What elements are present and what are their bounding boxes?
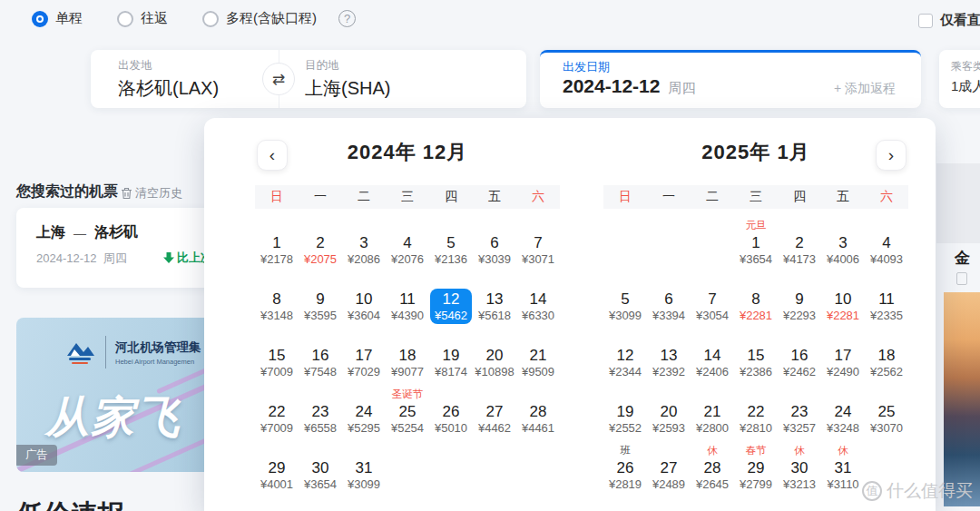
calendar-day[interactable]: 4¥2076 — [386, 216, 429, 272]
calendar-day[interactable]: 1¥2178 — [255, 216, 299, 272]
calendar-day[interactable]: 4¥4093 — [865, 216, 908, 272]
calendar-day[interactable]: 14¥2406 — [691, 329, 734, 385]
calendar-day[interactable]: 23¥6558 — [299, 385, 342, 441]
checkbox-icon[interactable] — [918, 14, 933, 28]
calendar-day[interactable]: 22¥2810 — [734, 385, 778, 441]
calendar-day[interactable]: 6¥3394 — [647, 272, 691, 329]
calendar-day[interactable]: 10¥2281 — [821, 272, 865, 329]
day-price: ¥5254 — [391, 421, 424, 436]
calendar-day[interactable]: 7¥3071 — [516, 216, 560, 272]
departure-value[interactable]: 洛杉矶(LAX) — [118, 76, 219, 101]
calendar-day[interactable]: 2¥4173 — [778, 216, 821, 272]
departure-field[interactable]: 出发地 洛杉矶(LAX) — [118, 58, 219, 101]
day-number: 18 — [870, 346, 903, 365]
calendar-day[interactable]: 15¥2386 — [734, 329, 778, 385]
calendar-day[interactable]: 9¥3595 — [299, 272, 342, 329]
calendar-day[interactable]: 班26¥2819 — [603, 441, 647, 497]
calendar-day[interactable]: 春节29¥2799 — [734, 441, 778, 497]
radio-label: 单程 — [55, 10, 83, 27]
add-return-button[interactable]: + 添加返程 — [834, 81, 896, 97]
day-price: ¥3604 — [348, 309, 380, 323]
calendar-day[interactable]: 13¥2392 — [647, 329, 691, 385]
calendar-day[interactable]: 休28¥2645 — [691, 441, 734, 497]
day-number: 27 — [478, 402, 511, 421]
day-price: ¥2386 — [740, 365, 772, 379]
holiday-tag: 春节 — [746, 443, 767, 457]
radio-round-trip[interactable]: 往返 — [117, 10, 168, 27]
day-number: 11 — [870, 290, 903, 309]
calendar-day[interactable]: 11¥2335 — [865, 272, 908, 329]
calendar-day[interactable]: 24¥5295 — [342, 385, 386, 441]
calendar-day[interactable]: 9¥2293 — [778, 272, 821, 329]
calendar-day[interactable]: 12¥2344 — [603, 329, 647, 385]
one-way-arrow-icon: — — [74, 226, 86, 241]
calendar-day[interactable]: 7¥3054 — [691, 272, 734, 329]
calendar-day[interactable]: 18¥2562 — [865, 329, 908, 385]
calendar-day[interactable]: 18¥9077 — [386, 329, 429, 385]
day-price: ¥2344 — [609, 365, 642, 379]
destination-field[interactable]: 目的地 上海(SHA) — [305, 58, 390, 101]
calendar-day[interactable]: 20¥10898 — [473, 329, 516, 385]
calendar-day[interactable]: 3¥2086 — [342, 216, 386, 272]
calendar-day[interactable]: 24¥3248 — [821, 385, 865, 441]
calendar-day[interactable]: 26¥5010 — [429, 385, 473, 441]
calendar-day[interactable]: 11¥4390 — [386, 272, 429, 329]
calendar-day[interactable]: 19¥2552 — [603, 385, 647, 441]
calendar-day[interactable]: 16¥7548 — [299, 329, 342, 385]
day-price: ¥6330 — [522, 309, 554, 323]
calendar-day[interactable]: 21¥9509 — [516, 329, 560, 385]
calendar-day[interactable]: 3¥4006 — [821, 216, 865, 272]
calendar-day[interactable]: 圣诞节25¥5254 — [386, 385, 429, 441]
day-price: ¥3110 — [827, 477, 858, 492]
calendar-day[interactable]: 17¥2490 — [821, 329, 865, 385]
day-number: 31 — [827, 458, 858, 477]
calendar-day[interactable]: 8¥3148 — [255, 272, 299, 329]
calendar-day[interactable]: 元旦1¥3654 — [734, 216, 778, 272]
calendar-day[interactable]: 5¥2136 — [429, 216, 473, 272]
destination-value[interactable]: 上海(SHA) — [305, 76, 390, 101]
day-price: ¥2800 — [696, 421, 729, 436]
date-value[interactable]: 2024-12-12 — [563, 75, 660, 97]
calendar-day[interactable]: 10¥3604 — [342, 272, 386, 329]
calendar-day[interactable]: 6¥3039 — [473, 216, 516, 272]
calendar-day[interactable]: 14¥6330 — [516, 272, 560, 329]
radio-icon — [32, 11, 48, 27]
calendar-day-selected[interactable]: 12¥5462 — [429, 272, 473, 329]
clear-history-button[interactable]: 清空历史 — [121, 185, 182, 201]
history-from: 上海 — [36, 223, 65, 242]
calendar-day[interactable]: 31¥3099 — [342, 441, 386, 497]
calendar-day[interactable]: 2¥2075 — [299, 216, 342, 272]
calendar-day[interactable]: 15¥7009 — [255, 329, 299, 385]
calendar-day[interactable]: 20¥2593 — [647, 385, 691, 441]
calendar-day[interactable]: 16¥2462 — [778, 329, 821, 385]
help-icon[interactable]: ? — [338, 10, 356, 27]
radio-one-way[interactable]: 单程 — [32, 10, 83, 27]
calendar-day[interactable]: 21¥2800 — [691, 385, 734, 441]
calendar-day[interactable]: 30¥3654 — [299, 441, 342, 497]
calendar-day[interactable]: 8¥2281 — [734, 272, 778, 329]
calendar-day[interactable]: 13¥5618 — [473, 272, 516, 329]
radio-multi-city[interactable]: 多程(含缺口程) — [202, 10, 317, 27]
calendar-day[interactable]: 27¥4462 — [473, 385, 516, 441]
calendar-day[interactable]: 27¥2489 — [647, 441, 691, 497]
calendar-day[interactable]: 23¥3257 — [778, 385, 821, 441]
day-price: ¥2593 — [652, 421, 685, 436]
panel-text-fragment: 金 — [955, 248, 970, 269]
calendar-day[interactable]: 5¥3099 — [603, 272, 647, 329]
calendar-day[interactable]: 17¥7029 — [342, 329, 386, 385]
day-price: ¥4093 — [870, 252, 903, 267]
weekday-label: 四 — [429, 189, 473, 205]
calendar-day[interactable]: 28¥4461 — [516, 385, 560, 441]
calendar-day[interactable]: 19¥8174 — [429, 329, 473, 385]
calendar-day[interactable]: 休30¥3213 — [778, 441, 821, 497]
calendar-day[interactable]: 25¥3070 — [865, 385, 908, 441]
direct-only-toggle[interactable]: 仅看直 — [918, 12, 980, 29]
calendar-day[interactable]: 29¥4001 — [255, 441, 299, 497]
calendar-day[interactable]: 休31¥3110 — [821, 441, 865, 497]
date-card[interactable]: 出发日期 2024-12-12 周四 + 添加返程 — [540, 50, 921, 108]
day-number: 10 — [827, 290, 859, 309]
calendar-day[interactable]: 22¥7009 — [255, 385, 299, 441]
passenger-card[interactable]: 乘客类 1成人 — [939, 50, 980, 108]
weekday-label: 二 — [342, 189, 386, 205]
swap-cities-icon[interactable]: ⇄ — [262, 63, 295, 95]
